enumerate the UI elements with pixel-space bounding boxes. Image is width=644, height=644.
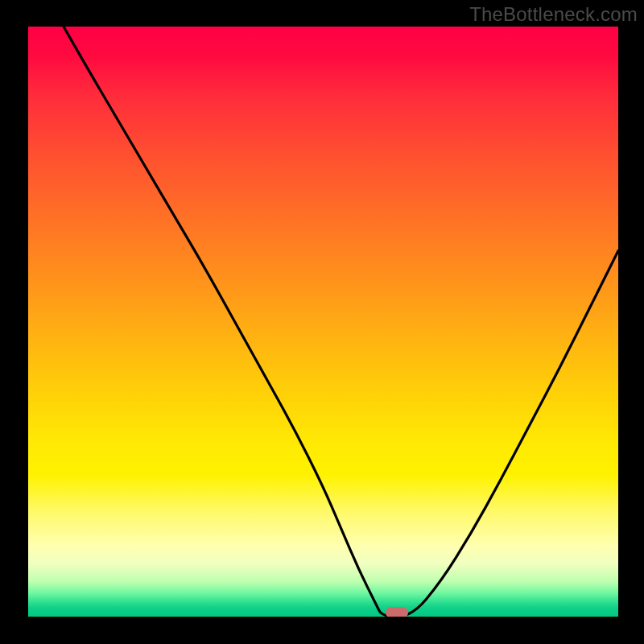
bottleneck-chart: TheBottleneck.com xyxy=(0,0,644,644)
watermark-text: TheBottleneck.com xyxy=(469,3,638,26)
plot-area xyxy=(28,27,618,617)
bottleneck-curve-line xyxy=(64,27,618,617)
curve-layer xyxy=(28,27,618,617)
optimal-marker xyxy=(386,607,408,617)
